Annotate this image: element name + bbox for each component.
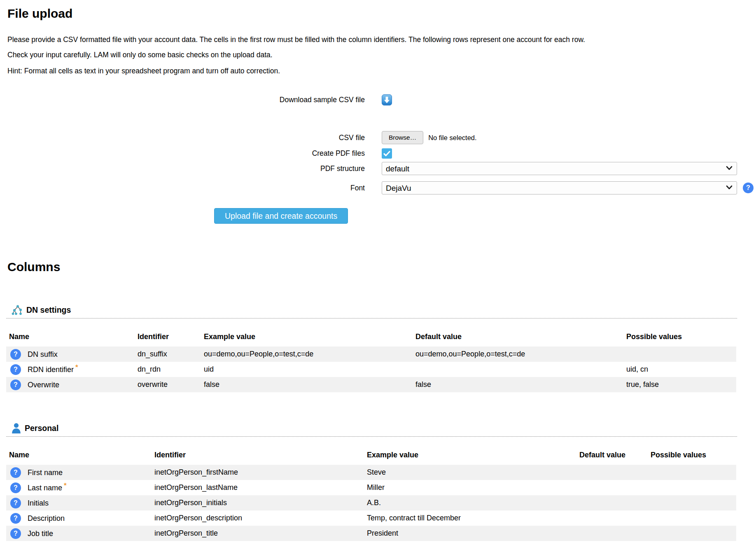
table-cell (651, 526, 736, 541)
download-sample-row: Download sample CSV file (6, 94, 737, 105)
table-cell: A.B. (367, 495, 579, 511)
help-icon[interactable]: ? (10, 379, 21, 390)
table-cell: inetOrgPerson_firstName (154, 465, 367, 480)
dn-settings-header: DN settings (6, 304, 737, 318)
table-cell (651, 495, 736, 511)
help-icon[interactable]: ? (10, 528, 21, 539)
hint-text: Hint: Format all cells as text in your s… (7, 67, 737, 75)
column-header: Example value (204, 333, 415, 347)
checkbox-check-icon (383, 151, 390, 157)
name-cell: ?Description (6, 511, 154, 526)
name-cell: ?Job title (6, 526, 154, 541)
font-label: Font (6, 184, 365, 192)
person-icon (12, 423, 21, 433)
font-row: Font DejaVu ? (6, 181, 737, 194)
table-cell: President (367, 526, 579, 541)
name-cell: ?Initials (6, 495, 154, 511)
file-upload-page: File upload Please provide a CSV formatt… (0, 7, 756, 543)
table-cell: false (204, 377, 415, 392)
table-cell (651, 465, 736, 480)
help-icon[interactable]: ? (10, 349, 21, 360)
create-pdf-row: Create PDF files (6, 148, 737, 159)
upload-button[interactable]: Upload file and create accounts (214, 208, 348, 224)
intro-line-1: Please provide a CSV formatted file with… (7, 32, 737, 47)
column-header: Name (6, 451, 154, 465)
column-header: Example value (367, 451, 579, 465)
help-icon[interactable]: ? (10, 498, 21, 508)
table-cell: inetOrgPerson_lastName (154, 480, 367, 495)
download-icon[interactable] (382, 94, 392, 105)
table-cell (579, 465, 651, 480)
name-cell: ?DN suffix (6, 347, 138, 362)
name-cell: ?Overwrite (6, 377, 138, 392)
dn-settings-section: DN settings NameIdentifierExample valueD… (6, 304, 737, 392)
dn-settings-table: NameIdentifierExample valueDefault value… (6, 333, 736, 392)
personal-header: Personal (6, 423, 737, 437)
help-icon[interactable]: ? (10, 364, 21, 375)
table-row: ?Overwriteoverwritefalsefalsetrue, false (6, 377, 736, 392)
page-title: File upload (7, 7, 737, 21)
font-select[interactable]: DejaVu (382, 181, 737, 194)
pdf-structure-row: PDF structure default (6, 162, 737, 175)
table-cell (415, 362, 626, 377)
table-cell (651, 511, 736, 526)
personal-table: NameIdentifierExample valueDefault value… (6, 451, 736, 541)
column-name: RDN identifier (28, 365, 74, 373)
table-cell: inetOrgPerson_initials (154, 495, 367, 511)
pdf-structure-label: PDF structure (6, 164, 365, 173)
name-cell: ?RDN identifier* (6, 362, 138, 377)
pdf-structure-select[interactable]: default (382, 162, 737, 175)
table-cell: overwrite (138, 377, 204, 392)
table-row: ?DescriptioninetOrgPerson_descriptionTem… (6, 511, 736, 526)
help-icon[interactable]: ? (10, 482, 21, 493)
name-cell: ?Last name* (6, 480, 154, 495)
table-cell: uid (204, 362, 415, 377)
table-row: ?Last name*inetOrgPerson_lastNameMiller (6, 480, 736, 495)
table-cell (579, 526, 651, 541)
table-cell: true, false (626, 377, 736, 392)
column-name: DN suffix (28, 350, 58, 358)
column-name: First name (28, 468, 63, 476)
table-cell (579, 495, 651, 511)
table-cell: inetOrgPerson_title (154, 526, 367, 541)
column-name: Last name (28, 483, 62, 492)
table-row: ?DN suffixdn_suffixou=demo,ou=People,o=t… (6, 347, 736, 362)
table-cell: uid, cn (626, 362, 736, 377)
csv-file-row: CSV file Browse… No file selected. (6, 131, 737, 144)
create-pdf-label: Create PDF files (6, 149, 365, 158)
column-header: Default value (415, 333, 626, 347)
table-cell (626, 347, 736, 362)
no-file-text: No file selected. (428, 134, 476, 142)
table-cell: dn_suffix (138, 347, 204, 362)
table-row: ?First nameinetOrgPerson_firstNameSteve (6, 465, 736, 480)
download-sample-label: Download sample CSV file (6, 96, 365, 104)
table-cell: Temp, contract till December (367, 511, 579, 526)
group-title: DN settings (26, 305, 71, 315)
column-name: Description (28, 514, 65, 522)
table-cell (579, 480, 651, 495)
name-cell: ?First name (6, 465, 154, 480)
column-header: Default value (579, 451, 651, 465)
help-icon[interactable]: ? (10, 467, 21, 478)
column-header: Possible values (626, 333, 736, 347)
column-header: Name (6, 333, 138, 347)
column-name: Overwrite (28, 380, 59, 389)
table-cell: ou=demo,ou=People,o=test,c=de (415, 347, 626, 362)
personal-section: Personal NameIdentifierExample valueDefa… (6, 423, 737, 541)
group-title: Personal (25, 424, 58, 433)
table-cell: Miller (367, 480, 579, 495)
create-pdf-checkbox[interactable] (382, 148, 392, 159)
required-asterisk: * (75, 363, 78, 371)
csv-file-label: CSV file (6, 133, 365, 142)
table-cell: Steve (367, 465, 579, 480)
upload-form: Download sample CSV file (6, 94, 737, 224)
required-asterisk: * (64, 482, 67, 489)
table-cell: inetOrgPerson_description (154, 511, 367, 526)
browse-button[interactable]: Browse… (382, 131, 423, 144)
column-header: Identifier (138, 333, 204, 347)
font-help-icon[interactable]: ? (743, 183, 754, 193)
help-icon[interactable]: ? (10, 513, 21, 524)
intro-text: Please provide a CSV formatted file with… (7, 32, 737, 63)
table-cell (579, 511, 651, 526)
table-cell (651, 480, 736, 495)
